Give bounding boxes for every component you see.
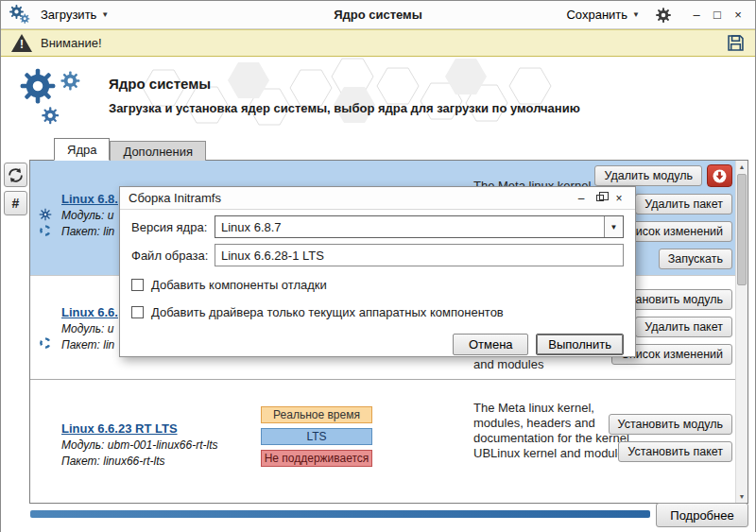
module-line: Модуль: ubm-001-linux66-rt-lts bbox=[61, 438, 218, 452]
remove-package-button[interactable]: Удалить пакет bbox=[635, 194, 732, 215]
kernel-version-select[interactable]: Linux 6.8.7 ▼ bbox=[215, 215, 624, 238]
dialog-restore-button[interactable] bbox=[593, 191, 608, 206]
kernel-row[interactable]: Linux 6.6.23 RT LTS Модуль: ubm-001-linu… bbox=[30, 379, 735, 503]
settings-gear-icon[interactable] bbox=[655, 7, 672, 24]
tab-kernels[interactable]: Ядра bbox=[54, 138, 110, 161]
download-icon bbox=[712, 168, 728, 184]
install-module-button[interactable]: Установить модуль bbox=[609, 414, 732, 435]
module-icon bbox=[39, 208, 52, 221]
kernel-version-label: Версия ядра: bbox=[131, 220, 215, 234]
progress-fill bbox=[30, 510, 650, 518]
footer: Подробнее bbox=[1, 504, 755, 532]
checkbox-icon[interactable] bbox=[131, 279, 144, 291]
progress-bar bbox=[30, 510, 650, 518]
badge-unsupported: Не поддерживается bbox=[261, 450, 372, 467]
remove-package-button[interactable]: Удалить пакет bbox=[635, 317, 732, 337]
package-icon bbox=[39, 224, 52, 237]
page-subtitle: Загрузка и установка ядер системы, выбор… bbox=[109, 101, 580, 115]
current-hardware-drivers-label: Добавить драйвера только текущих аппарат… bbox=[151, 305, 504, 319]
save-menu-label: Сохранить bbox=[566, 8, 627, 22]
kernel-link[interactable]: Linux 6.6. bbox=[61, 305, 118, 319]
page-header: Ядро системы Загрузка и установка ядер с… bbox=[1, 57, 755, 137]
kernel-link[interactable]: Linux 6.8. bbox=[61, 192, 118, 206]
badge-realtime: Реальное время bbox=[261, 406, 372, 423]
page-title: Ядро системы bbox=[109, 76, 580, 92]
module-line: Модуль: u bbox=[61, 322, 118, 335]
chevron-down-icon: ▼ bbox=[632, 11, 640, 19]
package-line: Пакет: lin bbox=[61, 338, 118, 352]
package-icon bbox=[39, 336, 52, 350]
warning-bar: ! Внимание! bbox=[1, 29, 755, 57]
image-file-label: Файл образа: bbox=[131, 249, 215, 263]
vertical-scrollbar[interactable]: ▲ ▼ bbox=[735, 161, 747, 503]
kernel-version-value: Linux 6.8.7 bbox=[215, 220, 604, 234]
download-button[interactable] bbox=[707, 164, 732, 187]
package-line: Пакет: linux66-rt-lts bbox=[61, 455, 218, 468]
side-toolbar: # bbox=[4, 163, 27, 215]
debug-components-label: Добавить компоненты отладки bbox=[151, 278, 327, 292]
kernel-link[interactable]: Linux 6.6.23 RT LTS bbox=[61, 421, 178, 436]
install-package-button[interactable]: Установить пакет bbox=[618, 441, 732, 462]
tab-addons[interactable]: Дополнения bbox=[110, 141, 206, 161]
scroll-down-icon[interactable]: ▼ bbox=[736, 490, 747, 503]
remove-module-button[interactable]: Удалить модуль bbox=[594, 165, 702, 186]
kernel-gears-icon bbox=[16, 64, 94, 130]
badge-lts: LTS bbox=[261, 428, 372, 445]
restore-icon bbox=[596, 195, 604, 201]
initramfs-dialog: Сборка Initramfs – × Версия ядра: Linux … bbox=[119, 186, 636, 357]
tab-bar: Ядра Дополнения bbox=[54, 138, 206, 161]
window-controls: – □ × bbox=[687, 6, 747, 25]
current-hardware-drivers-checkbox[interactable]: Добавить драйвера только текущих аппарат… bbox=[120, 305, 635, 319]
minimize-button[interactable]: – bbox=[687, 6, 706, 25]
app-gears-icon bbox=[9, 4, 31, 26]
save-menu-button[interactable]: Сохранить ▼ bbox=[560, 5, 645, 25]
hash-icon: # bbox=[12, 196, 20, 211]
warning-icon: ! bbox=[10, 34, 33, 53]
chevron-down-icon: ▼ bbox=[101, 11, 109, 19]
package-line: Пакет: lin bbox=[61, 225, 118, 238]
debug-components-checkbox[interactable]: Добавить компоненты отладки bbox=[120, 278, 635, 292]
run-button[interactable]: Выполнить bbox=[536, 334, 624, 355]
dialog-title: Сборка Initramfs bbox=[129, 191, 221, 205]
app-window: Загрузить ▼ Ядро системы Сохранить ▼ – □… bbox=[0, 0, 756, 532]
save-floppy-icon[interactable] bbox=[726, 33, 746, 53]
refresh-icon bbox=[8, 167, 24, 183]
chevron-down-icon[interactable]: ▼ bbox=[604, 216, 623, 237]
module-line: Модуль: u bbox=[61, 209, 118, 222]
run-button[interactable]: Запускать bbox=[659, 249, 732, 269]
load-menu-label: Загрузить bbox=[41, 8, 96, 22]
image-file-value: Linux 6.6.28-1 LTS bbox=[221, 249, 324, 263]
dialog-close-button[interactable]: × bbox=[611, 191, 627, 206]
hash-button[interactable]: # bbox=[4, 191, 27, 215]
details-button[interactable]: Подробнее bbox=[656, 503, 748, 527]
dialog-minimize-button[interactable]: – bbox=[574, 191, 589, 206]
image-file-input[interactable]: Linux 6.6.28-1 LTS bbox=[215, 244, 624, 266]
scroll-up-icon[interactable]: ▲ bbox=[736, 161, 747, 173]
scrollbar-thumb[interactable] bbox=[737, 174, 747, 285]
checkbox-icon[interactable] bbox=[131, 306, 144, 318]
titlebar: Загрузить ▼ Ядро системы Сохранить ▼ – □… bbox=[1, 1, 755, 29]
warning-message: Внимание! bbox=[41, 36, 102, 50]
cancel-button[interactable]: Отмена bbox=[453, 334, 528, 355]
load-menu-button[interactable]: Загрузить ▼ bbox=[35, 5, 114, 25]
dialog-titlebar[interactable]: Сборка Initramfs – × bbox=[120, 187, 635, 210]
maximize-button[interactable]: □ bbox=[708, 6, 727, 25]
refresh-button[interactable] bbox=[4, 163, 27, 187]
close-button[interactable]: × bbox=[729, 6, 747, 25]
